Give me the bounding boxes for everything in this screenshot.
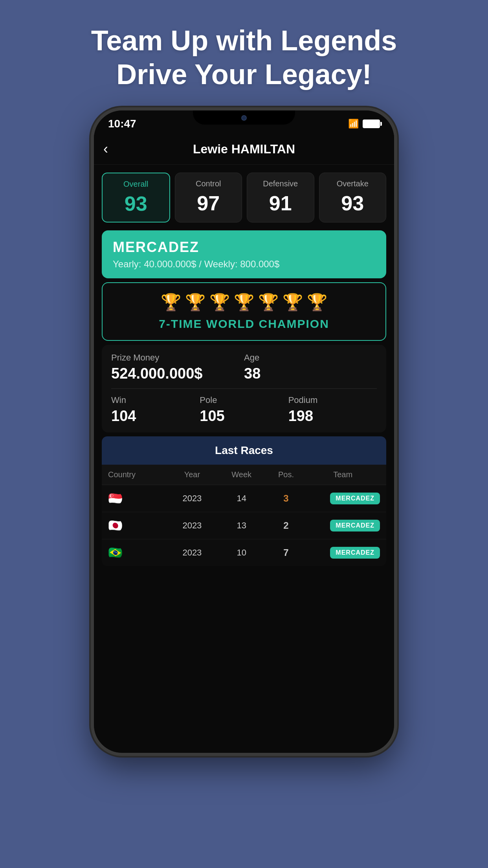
col-header-week: Week [217, 470, 266, 479]
col-header-country: Country [108, 470, 167, 479]
trophy-1: 🏆 [161, 292, 181, 312]
pole-label: Pole [200, 395, 288, 405]
trophy-6: 🏆 [283, 292, 303, 312]
team-badge-1: MERCADEZ [330, 493, 380, 504]
stat-overtake: Overtake 93 [319, 173, 387, 223]
age-value: 38 [244, 365, 377, 382]
win-item: Win 104 [111, 395, 200, 425]
battery-icon [363, 120, 380, 128]
phone-frame: 10:47 📶 ‹ Lewie HAMILTAN Overall 93 Cont… [91, 107, 397, 756]
phone-screen: ‹ Lewie HAMILTAN Overall 93 Control 97 D… [94, 134, 394, 753]
stat-defensive-value: 91 [251, 191, 310, 215]
stat-overtake-label: Overtake [323, 179, 382, 188]
races-table: Country Year Week Pos. Team 🇸🇬 2023 14 3… [102, 465, 386, 566]
race-row-2: 🇯🇵 2023 13 2 MERCADEZ [102, 512, 386, 539]
flag-sg: 🇸🇬 [108, 491, 122, 506]
page-headline: Team Up with Legends Drive Your Legacy! [91, 24, 397, 92]
race-pos-3: 7 [266, 547, 306, 558]
driver-name-title: Lewie HAMILTAN [193, 142, 295, 156]
race-flag-3: 🇧🇷 [108, 546, 167, 560]
race-team-3: MERCADEZ [306, 547, 380, 559]
prize-age-row: Prize Money 524.000.000$ Age 38 [111, 353, 377, 389]
col-header-year: Year [167, 470, 217, 479]
race-team-2: MERCADEZ [306, 520, 380, 531]
races-table-header: Country Year Week Pos. Team [102, 465, 386, 485]
col-header-team: Team [306, 470, 380, 479]
trophy-2: 🏆 [185, 292, 205, 312]
stat-overall: Overall 93 [102, 173, 170, 223]
race-pos-1: 3 [266, 493, 306, 504]
trophy-4: 🏆 [234, 292, 254, 312]
team-badge-2: MERCADEZ [330, 520, 380, 531]
stat-defensive: Defensive 91 [247, 173, 314, 223]
flag-jp: 🇯🇵 [108, 519, 122, 533]
team-badge-3: MERCADEZ [330, 547, 380, 559]
stat-overall-value: 93 [106, 192, 165, 215]
age-label: Age [244, 353, 377, 363]
app-header: ‹ Lewie HAMILTAN [94, 134, 394, 165]
podium-value: 198 [288, 408, 377, 425]
age-item: Age 38 [244, 353, 377, 382]
race-week-2: 13 [217, 520, 266, 531]
last-races-title: Last Races [215, 444, 273, 456]
team-banner[interactable]: MERCADEZ Yearly: 40.000.000$ / Weekly: 8… [102, 230, 386, 278]
win-label: Win [111, 395, 200, 405]
stats-details: Prize Money 524.000.000$ Age 38 Win 104 … [102, 345, 386, 432]
stat-defensive-label: Defensive [251, 179, 310, 188]
trophy-5: 🏆 [258, 292, 279, 312]
last-races-header: Last Races [102, 436, 386, 465]
pole-item: Pole 105 [200, 395, 288, 425]
team-name: MERCADEZ [113, 239, 375, 256]
race-year-3: 2023 [167, 548, 217, 558]
race-flag-1: 🇸🇬 [108, 491, 167, 506]
stat-control-value: 97 [179, 191, 238, 215]
prize-money-item: Prize Money 524.000.000$ [111, 353, 244, 382]
status-time: 10:47 [108, 118, 136, 130]
win-pole-podium-row: Win 104 Pole 105 Podium 198 [111, 395, 377, 425]
stat-overtake-value: 93 [323, 191, 382, 215]
back-button[interactable]: ‹ [103, 142, 108, 156]
stat-overall-label: Overall [106, 180, 165, 189]
podium-item: Podium 198 [288, 395, 377, 425]
col-header-pos: Pos. [266, 470, 306, 479]
race-row-1: 🇸🇬 2023 14 3 MERCADEZ [102, 485, 386, 512]
stat-control: Control 97 [175, 173, 242, 223]
race-pos-2: 2 [266, 520, 306, 531]
race-row-3: 🇧🇷 2023 10 7 MERCADEZ [102, 539, 386, 566]
podium-label: Podium [288, 395, 377, 405]
race-flag-2: 🇯🇵 [108, 519, 167, 533]
flag-br: 🇧🇷 [108, 546, 122, 560]
trophies-row: 🏆 🏆 🏆 🏆 🏆 🏆 🏆 [110, 292, 378, 312]
race-year-2: 2023 [167, 520, 217, 531]
team-salary: Yearly: 40.000.000$ / Weekly: 800.000$ [113, 259, 375, 270]
race-week-1: 14 [217, 493, 266, 504]
win-value: 104 [111, 408, 200, 425]
stats-row: Overall 93 Control 97 Defensive 91 Overt… [94, 165, 394, 226]
champion-banner: 🏆 🏆 🏆 🏆 🏆 🏆 🏆 7-TIME WORLD CHAMPION [102, 282, 386, 341]
pole-value: 105 [200, 408, 288, 425]
race-team-1: MERCADEZ [306, 493, 380, 504]
stat-control-label: Control [179, 179, 238, 188]
trophy-7: 🏆 [307, 292, 327, 312]
phone-notch [193, 110, 295, 125]
trophy-3: 🏆 [209, 292, 230, 312]
champion-title: 7-TIME WORLD CHAMPION [110, 317, 378, 331]
phone-camera [241, 115, 247, 121]
status-icons: 📶 [348, 119, 380, 129]
race-week-3: 10 [217, 548, 266, 558]
race-year-1: 2023 [167, 493, 217, 504]
prize-money-label: Prize Money [111, 353, 244, 363]
prize-money-value: 524.000.000$ [111, 365, 244, 382]
wifi-icon: 📶 [348, 119, 359, 129]
